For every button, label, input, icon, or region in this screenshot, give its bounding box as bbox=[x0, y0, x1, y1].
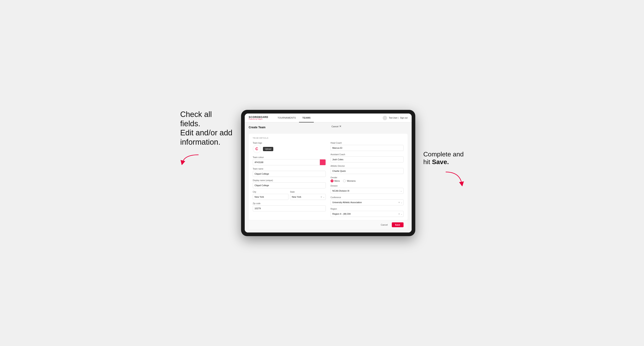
device-screen: SCOREBOARD Powered by clipp'd TOURNAMENT… bbox=[245, 114, 412, 232]
nav-user-text: Test User | bbox=[389, 117, 398, 119]
division-select[interactable]: NCAA Division III bbox=[330, 188, 404, 194]
form-left-section: Team logo C Upload Team colo bbox=[253, 142, 326, 217]
assistant-coach-label: Assistant Coach bbox=[330, 153, 404, 156]
arrow-right-icon bbox=[444, 170, 464, 186]
zip-code-field: Zip code bbox=[253, 202, 326, 211]
conference-field: Conference University Athletic Associati… bbox=[330, 196, 404, 205]
annotation-text-right: Complete and hit Save. bbox=[424, 150, 464, 166]
nav-links: TOURNAMENTS TEAMS bbox=[274, 114, 383, 122]
assistant-coach-input[interactable] bbox=[330, 157, 404, 163]
region-clear-icon[interactable]: ✕ bbox=[398, 213, 400, 215]
region-field: Region Region II - (M) DIII ✕ ⌄ bbox=[330, 208, 404, 217]
section-label: TEAM DETAILS bbox=[253, 137, 404, 139]
gender-mens-radio[interactable] bbox=[330, 179, 334, 182]
athletic-director-field: Athletic Director bbox=[330, 165, 404, 174]
state-field: State New York ✕ ⌄ bbox=[290, 191, 326, 200]
nav-logo: SCOREBOARD Powered by clipp'd bbox=[249, 116, 268, 120]
city-input[interactable] bbox=[253, 194, 288, 200]
cancel-button[interactable]: Cancel bbox=[378, 222, 390, 227]
gender-mens-label[interactable]: Mens bbox=[330, 179, 340, 182]
region-select[interactable]: Region II - (M) DIII bbox=[330, 211, 404, 217]
team-logo-label: Team logo bbox=[253, 142, 326, 144]
colour-field-wrap bbox=[253, 159, 326, 165]
division-field: Division NCAA Division III ⌄ bbox=[330, 185, 404, 194]
gender-row: Mens Womens bbox=[330, 179, 404, 182]
team-logo-field: Team logo C Upload bbox=[253, 142, 326, 154]
team-colour-field: Team colour bbox=[253, 156, 326, 165]
right-annotation: Complete and hit Save. bbox=[424, 110, 464, 186]
close-icon[interactable]: ✕ bbox=[339, 125, 342, 128]
region-select-wrap: Region II - (M) DIII ✕ ⌄ bbox=[330, 211, 404, 217]
left-annotation: Check all fields. Edit and/or add inform… bbox=[180, 110, 233, 165]
conference-clear-icon[interactable]: ✕ bbox=[398, 201, 400, 203]
nav-link-tournaments[interactable]: TOURNAMENTS bbox=[274, 114, 299, 122]
city-field: City bbox=[253, 191, 288, 200]
display-name-field: Display name (unique) bbox=[253, 179, 326, 188]
cancel-top-button[interactable]: Cancel ✕ bbox=[332, 125, 341, 128]
display-name-input[interactable] bbox=[253, 182, 326, 188]
head-coach-field: Head Coach bbox=[330, 142, 404, 151]
head-coach-input[interactable] bbox=[330, 145, 404, 151]
form-card: TEAM DETAILS Team logo C bbox=[249, 134, 408, 220]
nav-bar: SCOREBOARD Powered by clipp'd TOURNAMENT… bbox=[245, 114, 412, 122]
state-select-wrap: New York ✕ ⌄ bbox=[290, 194, 326, 200]
team-colour-label: Team colour bbox=[253, 156, 326, 159]
device-frame: SCOREBOARD Powered by clipp'd TOURNAMENT… bbox=[241, 110, 415, 236]
gender-womens-radio[interactable] bbox=[343, 179, 346, 182]
nav-avatar bbox=[383, 116, 387, 120]
save-button[interactable]: Save bbox=[392, 222, 404, 227]
conference-select-wrap: University Athletic Association ✕ ⌄ bbox=[330, 199, 404, 205]
colour-input[interactable] bbox=[253, 159, 320, 165]
logo-circle: C bbox=[253, 145, 261, 153]
division-select-wrap: NCAA Division III ⌄ bbox=[330, 188, 404, 194]
annotation-text-left: Check all fields. Edit and/or add inform… bbox=[180, 110, 233, 147]
team-name-field: Team name bbox=[253, 168, 326, 177]
form-footer: Cancel Save bbox=[249, 220, 408, 229]
form-grid: Team logo C Upload Team colo bbox=[253, 142, 404, 217]
form-right-section: Head Coach Assistant Coach Athletic Dire… bbox=[330, 142, 404, 217]
arrow-left-icon bbox=[180, 153, 200, 165]
zip-code-input[interactable] bbox=[253, 205, 326, 211]
conference-label: Conference bbox=[330, 196, 404, 198]
gender-womens-label[interactable]: Womens bbox=[343, 179, 356, 182]
nav-logo-sub: Powered by clipp'd bbox=[249, 118, 268, 120]
athletic-director-input[interactable] bbox=[330, 168, 404, 174]
gender-label: Gender bbox=[330, 176, 404, 179]
team-name-label: Team name bbox=[253, 168, 326, 170]
nav-logo-main: SCOREBOARD bbox=[249, 116, 268, 118]
display-name-label: Display name (unique) bbox=[253, 179, 326, 181]
region-label: Region bbox=[330, 208, 404, 210]
nav-signout[interactable]: Sign out bbox=[400, 117, 408, 119]
athletic-director-label: Athletic Director bbox=[330, 165, 404, 167]
form-header: Create Team Cancel ✕ bbox=[249, 126, 408, 131]
gender-field: Gender Mens Womens bbox=[330, 176, 404, 182]
city-label: City bbox=[253, 191, 288, 193]
colour-swatch[interactable] bbox=[320, 159, 326, 165]
main-content: Create Team Cancel ✕ TEAM DETAILS bbox=[245, 122, 412, 232]
zip-code-label: Zip code bbox=[253, 202, 326, 204]
city-state-field: City State New York bbox=[253, 191, 326, 200]
city-state-row: City State New York bbox=[253, 191, 326, 200]
division-label: Division bbox=[330, 185, 404, 187]
page-title: Create Team bbox=[249, 126, 266, 129]
nav-link-teams[interactable]: TEAMS bbox=[299, 114, 314, 122]
upload-logo-button[interactable]: Upload bbox=[263, 147, 274, 151]
nav-right: Test User | Sign out bbox=[383, 116, 408, 120]
head-coach-label: Head Coach bbox=[330, 142, 404, 144]
assistant-coach-field: Assistant Coach bbox=[330, 153, 404, 163]
state-clear-icon[interactable]: ✕ bbox=[320, 196, 322, 198]
logo-area: C Upload bbox=[253, 145, 326, 153]
team-name-input[interactable] bbox=[253, 171, 326, 177]
conference-select[interactable]: University Athletic Association bbox=[330, 199, 404, 205]
state-label: State bbox=[290, 191, 326, 193]
